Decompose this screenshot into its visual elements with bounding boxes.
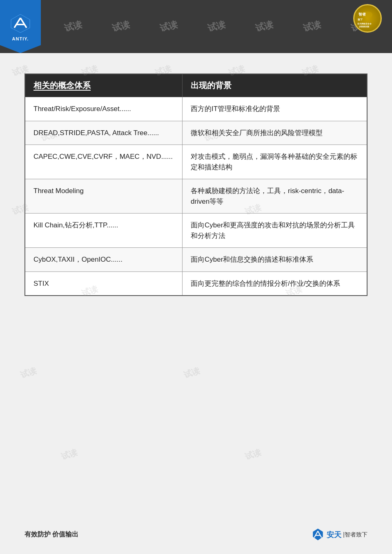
table-cell-left: Threat Modeling — [25, 179, 182, 214]
wm-6: 试读 — [302, 18, 322, 35]
page-wm-13: 试读 — [183, 365, 202, 381]
table-row: Threat/Risk/Exposure/Asset......西方的IT管理和… — [25, 97, 367, 121]
table-row: Threat Modeling各种威胁建模的方法论，工具，risk-centri… — [25, 179, 367, 214]
table-cell-left: CybOX,TAXII，OpenIOC...... — [25, 248, 182, 272]
table-cell-right: 对攻击模式，脆弱点，漏洞等各种基础的安全元素的标定和描述结构 — [182, 145, 367, 179]
col1-header: 相关的概念体系 — [25, 74, 182, 97]
table-cell-left: CAPEC,CWE,CVE,CVRF，MAEC，NVD...... — [25, 145, 182, 179]
table-cell-right: 各种威胁建模的方法论，工具，risk-centric，data-driven等等 — [182, 179, 367, 214]
footer-left-text: 有效防护 价值输出 — [24, 530, 78, 539]
table-cell-left: Threat/Risk/Exposure/Asset...... — [25, 97, 182, 121]
svg-text:训营第四期: 训营第四期 — [359, 25, 369, 28]
concept-table: 相关的概念体系 出现的背景 Threat/Risk/Exposure/Asset… — [24, 73, 368, 296]
logo-text: ANTIY. — [12, 36, 29, 41]
svg-text:致下: 致下 — [358, 18, 363, 21]
table-row: STIX面向更完整的综合性的情报分析/作业/交换的体系 — [25, 271, 367, 296]
antiy-logo-icon — [9, 12, 32, 35]
table-header-row: 相关的概念体系 出现的背景 — [25, 74, 367, 97]
logo: ANTIY. — [0, 0, 41, 53]
table-cell-right: 微软和相关安全厂商所推出的风险管理模型 — [182, 121, 367, 145]
svg-text:智者: 智者 — [358, 12, 366, 16]
badge-circle: 智者 致下 安天网络安全令 训营第四期 — [353, 4, 382, 33]
wm-2: 试读 — [111, 18, 131, 35]
main-content: 相关的概念体系 出现的背景 Threat/Risk/Exposure/Asset… — [0, 53, 392, 312]
svg-marker-0 — [11, 14, 30, 33]
header: ANTIY. 试读 试读 试读 试读 试读 试读 试读 智者 致下 安天网络安全… — [0, 0, 392, 53]
page-wm-15: 试读 — [244, 447, 263, 463]
page-wm-12: 试读 — [19, 365, 38, 381]
footer-logo-icon — [311, 527, 325, 542]
wm-4: 试读 — [206, 18, 227, 35]
table-cell-right: 西方的IT管理和标准化的背景 — [182, 97, 367, 121]
table-cell-right: 面向更完整的综合性的情报分析/作业/交换的体系 — [182, 271, 367, 296]
wm-3: 试读 — [158, 18, 179, 35]
table-cell-left: DREAD,STRIDE,PASTA, Attack Tree...... — [25, 121, 182, 145]
table-cell-left: Kill Chain,钻石分析,TTP...... — [25, 214, 182, 248]
table-row: DREAD,STRIDE,PASTA, Attack Tree......微软和… — [25, 121, 367, 145]
header-watermarks: 试读 试读 试读 试读 试读 试读 试读 — [41, 0, 392, 53]
page-wm-14: 试读 — [60, 447, 79, 463]
wm-1: 试读 — [62, 18, 83, 35]
footer-right: 安天 |智者致下 — [311, 527, 368, 542]
footer: 有效防护 价值输出 安天 |智者致下 — [0, 527, 392, 542]
header-badge: 智者 致下 安天网络安全令 训营第四期 — [349, 4, 386, 33]
wm-5: 试读 — [254, 18, 274, 35]
table-row: CAPEC,CWE,CVE,CVRF，MAEC，NVD......对攻击模式，脆… — [25, 145, 367, 179]
badge-main-text: 智者 致下 安天网络安全令 训营第四期 — [356, 7, 379, 30]
table-row: Kill Chain,钻石分析,TTP......面向Cyber和更高强度的攻击… — [25, 214, 367, 248]
footer-slogan-text: |智者致下 — [343, 531, 368, 538]
footer-brand-text: 安天 — [327, 530, 341, 540]
table-cell-right: 面向Cyber和信息交换的描述和标准体系 — [182, 248, 367, 272]
svg-text:安天网络安全令: 安天网络安全令 — [357, 22, 372, 25]
col2-header: 出现的背景 — [182, 74, 367, 97]
table-cell-right: 面向Cyber和更高强度的攻击和对抗的场景的分析工具和分析方法 — [182, 214, 367, 248]
table-cell-left: STIX — [25, 271, 182, 296]
svg-marker-9 — [313, 529, 323, 541]
table-row: CybOX,TAXII，OpenIOC......面向Cyber和信息交换的描述… — [25, 248, 367, 272]
